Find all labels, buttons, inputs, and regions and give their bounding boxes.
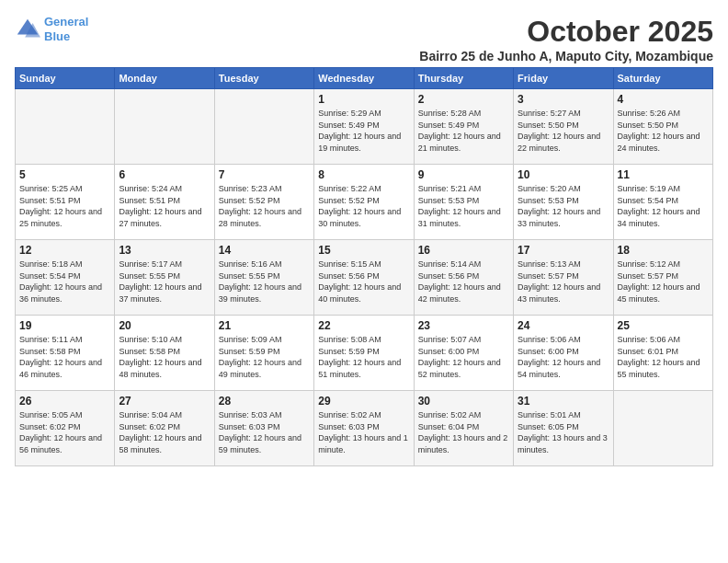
calendar-cell: 9Sunrise: 5:21 AMSunset: 5:53 PMDaylight… [414,165,513,240]
day-info: Sunrise: 5:15 AMSunset: 5:56 PMDaylight:… [318,259,409,304]
day-info: Sunrise: 5:21 AMSunset: 5:53 PMDaylight:… [418,183,509,229]
day-info: Sunrise: 5:26 AMSunset: 5:50 PMDaylight:… [618,108,709,154]
calendar-cell: 17Sunrise: 5:13 AMSunset: 5:57 PMDayligh… [514,240,613,316]
day-info: Sunrise: 5:06 AMSunset: 6:00 PMDaylight:… [518,334,609,380]
day-info: Sunrise: 5:01 AMSunset: 6:05 PMDaylight:… [518,409,609,455]
calendar-cell: 10Sunrise: 5:20 AMSunset: 5:53 PMDayligh… [514,165,613,240]
calendar-cell: 24Sunrise: 5:06 AMSunset: 6:00 PMDayligh… [514,316,613,391]
weekday-header-thursday: Thursday [414,68,513,89]
calendar-cell [613,391,712,466]
calendar-cell: 20Sunrise: 5:10 AMSunset: 5:58 PMDayligh… [115,316,214,391]
calendar-cell: 28Sunrise: 5:03 AMSunset: 6:03 PMDayligh… [214,391,313,466]
calendar-cell: 5Sunrise: 5:25 AMSunset: 5:51 PMDaylight… [16,165,115,240]
day-number: 9 [418,168,509,181]
day-info: Sunrise: 5:03 AMSunset: 6:03 PMDaylight:… [219,409,310,455]
calendar-cell: 8Sunrise: 5:22 AMSunset: 5:52 PMDaylight… [314,165,414,240]
day-number: 3 [518,93,609,106]
calendar-cell: 13Sunrise: 5:17 AMSunset: 5:55 PMDayligh… [115,240,214,316]
day-info: Sunrise: 5:27 AMSunset: 5:50 PMDaylight:… [518,108,609,154]
calendar-cell: 3Sunrise: 5:27 AMSunset: 5:50 PMDaylight… [514,89,613,165]
day-info: Sunrise: 5:12 AMSunset: 5:57 PMDaylight:… [618,259,709,304]
day-number: 17 [518,244,609,257]
day-number: 22 [318,319,409,332]
day-number: 16 [418,244,509,257]
day-info: Sunrise: 5:19 AMSunset: 5:54 PMDaylight:… [618,183,709,229]
day-number: 28 [219,395,310,408]
calendar-cell: 15Sunrise: 5:15 AMSunset: 5:56 PMDayligh… [314,240,414,316]
calendar-cell: 30Sunrise: 5:02 AMSunset: 6:04 PMDayligh… [414,391,513,466]
day-number: 1 [318,93,409,106]
day-info: Sunrise: 5:08 AMSunset: 5:59 PMDaylight:… [318,334,409,380]
calendar-cell [115,89,214,165]
day-info: Sunrise: 5:04 AMSunset: 6:02 PMDaylight:… [119,409,210,455]
day-number: 13 [119,244,210,257]
calendar-cell [16,89,115,165]
day-info: Sunrise: 5:09 AMSunset: 5:59 PMDaylight:… [219,334,310,380]
day-number: 4 [618,93,709,106]
day-number: 5 [19,168,110,181]
day-number: 19 [19,319,110,332]
calendar-cell: 6Sunrise: 5:24 AMSunset: 5:51 PMDaylight… [115,165,214,240]
title-area: October 2025 Bairro 25 de Junho A, Maput… [419,15,713,63]
calendar-cell: 27Sunrise: 5:04 AMSunset: 6:02 PMDayligh… [115,391,214,466]
calendar-week-row: 19Sunrise: 5:11 AMSunset: 5:58 PMDayligh… [16,316,713,391]
day-info: Sunrise: 5:20 AMSunset: 5:53 PMDaylight:… [518,183,609,229]
calendar-cell: 16Sunrise: 5:14 AMSunset: 5:56 PMDayligh… [414,240,513,316]
calendar-cell: 12Sunrise: 5:18 AMSunset: 5:54 PMDayligh… [16,240,115,316]
day-number: 7 [219,168,310,181]
day-info: Sunrise: 5:11 AMSunset: 5:58 PMDaylight:… [19,334,110,380]
logo-text: General Blue [44,15,88,43]
day-info: Sunrise: 5:29 AMSunset: 5:49 PMDaylight:… [318,108,409,154]
day-info: Sunrise: 5:28 AMSunset: 5:49 PMDaylight:… [418,108,509,154]
calendar-cell: 31Sunrise: 5:01 AMSunset: 6:05 PMDayligh… [514,391,613,466]
calendar-cell: 19Sunrise: 5:11 AMSunset: 5:58 PMDayligh… [16,316,115,391]
day-number: 6 [119,168,210,181]
day-number: 30 [418,395,509,408]
weekday-header-tuesday: Tuesday [214,68,313,89]
day-info: Sunrise: 5:10 AMSunset: 5:58 PMDaylight:… [119,334,210,380]
logo: General Blue [15,15,88,43]
weekday-header-wednesday: Wednesday [314,68,414,89]
calendar-cell [214,89,313,165]
day-number: 12 [19,244,110,257]
calendar-cell: 25Sunrise: 5:06 AMSunset: 6:01 PMDayligh… [613,316,712,391]
day-number: 18 [618,244,709,257]
calendar-cell: 14Sunrise: 5:16 AMSunset: 5:55 PMDayligh… [214,240,313,316]
weekday-header-friday: Friday [514,68,613,89]
day-info: Sunrise: 5:22 AMSunset: 5:52 PMDaylight:… [318,183,409,229]
day-number: 14 [219,244,310,257]
page-header: General Blue October 2025 Bairro 25 de J… [15,15,713,63]
calendar-week-row: 1Sunrise: 5:29 AMSunset: 5:49 PMDaylight… [16,89,713,165]
weekday-header-row: SundayMondayTuesdayWednesdayThursdayFrid… [16,68,713,89]
weekday-header-saturday: Saturday [613,68,712,89]
day-number: 8 [318,168,409,181]
calendar-cell: 7Sunrise: 5:23 AMSunset: 5:52 PMDaylight… [214,165,313,240]
calendar-cell: 4Sunrise: 5:26 AMSunset: 5:50 PMDaylight… [613,89,712,165]
calendar-week-row: 26Sunrise: 5:05 AMSunset: 6:02 PMDayligh… [16,391,713,466]
calendar-cell: 1Sunrise: 5:29 AMSunset: 5:49 PMDaylight… [314,89,414,165]
calendar-cell: 26Sunrise: 5:05 AMSunset: 6:02 PMDayligh… [16,391,115,466]
calendar-cell: 22Sunrise: 5:08 AMSunset: 5:59 PMDayligh… [314,316,414,391]
calendar-cell: 29Sunrise: 5:02 AMSunset: 6:03 PMDayligh… [314,391,414,466]
calendar-cell: 11Sunrise: 5:19 AMSunset: 5:54 PMDayligh… [613,165,712,240]
day-info: Sunrise: 5:05 AMSunset: 6:02 PMDaylight:… [19,409,110,455]
calendar-cell: 21Sunrise: 5:09 AMSunset: 5:59 PMDayligh… [214,316,313,391]
day-info: Sunrise: 5:02 AMSunset: 6:03 PMDaylight:… [318,409,409,455]
day-info: Sunrise: 5:23 AMSunset: 5:52 PMDaylight:… [219,183,310,229]
day-info: Sunrise: 5:02 AMSunset: 6:04 PMDaylight:… [418,409,509,455]
calendar-week-row: 12Sunrise: 5:18 AMSunset: 5:54 PMDayligh… [16,240,713,316]
day-number: 25 [618,319,709,332]
day-number: 26 [19,395,110,408]
weekday-header-sunday: Sunday [16,68,115,89]
weekday-header-monday: Monday [115,68,214,89]
calendar-table: SundayMondayTuesdayWednesdayThursdayFrid… [15,67,713,466]
calendar-cell: 2Sunrise: 5:28 AMSunset: 5:49 PMDaylight… [414,89,513,165]
day-info: Sunrise: 5:07 AMSunset: 6:00 PMDaylight:… [418,334,509,380]
day-number: 10 [518,168,609,181]
day-info: Sunrise: 5:16 AMSunset: 5:55 PMDaylight:… [219,259,310,304]
day-info: Sunrise: 5:06 AMSunset: 6:01 PMDaylight:… [618,334,709,380]
day-number: 24 [518,319,609,332]
logo-line1: General [44,15,88,29]
day-number: 15 [318,244,409,257]
day-number: 29 [318,395,409,408]
